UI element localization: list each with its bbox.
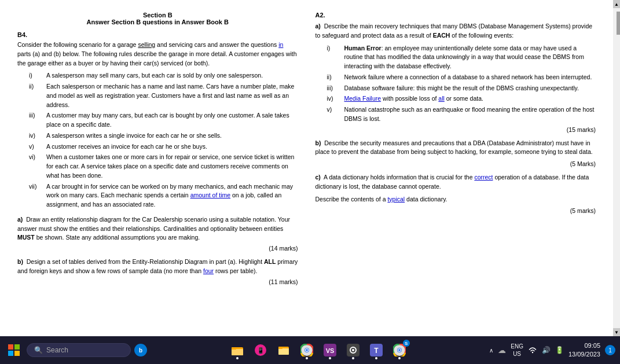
right-column: A2. a) Describe the main recovery techni…: [315, 12, 596, 325]
svg-point-26: [398, 349, 401, 351]
taskbar: 🔍 Search b 📱: [0, 336, 620, 364]
part-b: b) Describe the security measures and pr…: [315, 139, 596, 168]
left-column: Section B Answer Section B questions in …: [17, 12, 298, 325]
notification-badge[interactable]: 1: [605, 345, 615, 355]
scrollbar[interactable]: ▲ ▼: [613, 0, 620, 336]
svg-rect-1: [14, 344, 20, 350]
start-button[interactable]: [5, 341, 23, 359]
rule-v: v) A customer receives an invoice for ea…: [29, 142, 298, 152]
language-indicator[interactable]: ENG US: [511, 343, 523, 358]
bing-button[interactable]: b: [134, 344, 147, 356]
rule-vi: vi) When a customer takes one or more ca…: [29, 153, 298, 180]
app-dot-chrome: [306, 357, 308, 359]
taskbar-app-teams[interactable]: T: [366, 340, 387, 361]
svg-rect-2: [8, 351, 13, 356]
events-list: i) Human Error: an employee may unintent…: [327, 44, 596, 124]
question-b: b) Design a set of tables derived from t…: [17, 258, 298, 276]
svg-rect-0: [8, 344, 13, 350]
section-header: Section B Answer Section B questions in …: [17, 12, 298, 25]
search-input-label: Search: [46, 346, 68, 354]
document-area: Section B Answer Section B questions in …: [0, 0, 613, 336]
taskbar-app-settings[interactable]: [343, 340, 364, 361]
wifi-icon[interactable]: [528, 345, 537, 355]
question-a: a) Draw an entity relationship diagram f…: [17, 215, 298, 242]
taskbar-right: ∧ ☁ ENG US 🔊 🔋 09:05 13/09/2023: [489, 341, 615, 359]
part-a: a) Describe the main recovery techniques…: [315, 22, 596, 133]
svg-point-15: [306, 349, 308, 351]
svg-text:T: T: [374, 347, 379, 355]
part-c: c) A data dictionary holds information t…: [315, 173, 596, 214]
scroll-down-button[interactable]: ▼: [613, 328, 620, 336]
scroll-thumb[interactable]: [617, 12, 620, 35]
rule-ii: ii) Each salesperson or mechanic has a n…: [29, 82, 298, 109]
search-icon: 🔍: [34, 346, 43, 354]
rule-vii: vii) A car brought in for service can be…: [29, 182, 298, 209]
event-iii: iii) Database software failure: this mig…: [327, 84, 596, 93]
taskbar-app-chrome2[interactable]: S: [389, 340, 410, 361]
svg-text:📱: 📱: [257, 347, 265, 354]
svg-rect-11: [278, 347, 283, 349]
svg-point-20: [352, 349, 354, 351]
volume-icon[interactable]: 🔊: [542, 346, 551, 354]
rule-iii: iii) A customer may buy many cars, but e…: [29, 111, 298, 130]
main-content: Section B Answer Section B questions in …: [0, 0, 620, 336]
rules-list: i) A salesperson may sell many cars, but…: [29, 71, 298, 209]
taskbar-app-vs[interactable]: VS: [320, 340, 340, 361]
app-dot-chrome2: [398, 357, 401, 359]
app-dot-vs: [329, 357, 331, 359]
time-display: 09:05: [568, 341, 600, 350]
event-iv: iv) Media Failure with possible loss of …: [327, 94, 596, 104]
chrome-badge: S: [403, 340, 410, 347]
system-tray-expand[interactable]: ∧: [489, 347, 493, 354]
b4-label: B4.: [17, 31, 298, 38]
event-i: i) Human Error: an employee may unintent…: [327, 44, 596, 71]
a2-label: A2.: [315, 12, 596, 19]
part-b-marks: (5 Marks): [315, 160, 596, 167]
rule-i: i) A salesperson may sell many cars, but…: [29, 71, 298, 80]
date-display: 13/09/2023: [568, 350, 600, 359]
svg-point-27: [532, 351, 533, 352]
taskbar-app-files[interactable]: [273, 340, 294, 361]
scroll-up-button[interactable]: ▲: [613, 0, 620, 8]
svg-rect-10: [278, 348, 289, 355]
part-a-marks: (15 marks): [315, 126, 596, 133]
taskbar-app-phone[interactable]: 📱: [250, 340, 271, 361]
search-bar[interactable]: 🔍 Search: [27, 343, 131, 357]
app-dot-file-explorer: [236, 357, 239, 359]
svg-text:VS: VS: [325, 347, 334, 354]
taskbar-apps: 📱: [151, 340, 486, 361]
question-a-marks: (14 marks): [17, 245, 298, 252]
clock[interactable]: 09:05 13/09/2023: [568, 341, 600, 359]
event-ii: ii) Network failure where a connection o…: [327, 73, 596, 82]
app-dot-settings: [352, 357, 354, 359]
taskbar-app-chrome[interactable]: [296, 340, 317, 361]
app-dot-teams: [375, 357, 377, 359]
question-b-marks: (11 marks): [17, 278, 298, 285]
rule-iv: iv) A salesperson writes a single invoic…: [29, 131, 298, 141]
onedrive-icon[interactable]: ☁: [498, 345, 506, 355]
svg-rect-3: [14, 351, 20, 356]
taskbar-app-file-explorer[interactable]: [227, 340, 248, 361]
b4-intro: Consider the following scenario for a ga…: [17, 41, 298, 68]
battery-icon[interactable]: 🔋: [555, 346, 564, 354]
svg-rect-6: [232, 347, 236, 350]
svg-rect-5: [232, 349, 243, 355]
part-c-marks: (5 marks): [315, 207, 596, 214]
event-v: v) National catastrophe such as an earth…: [327, 105, 596, 124]
